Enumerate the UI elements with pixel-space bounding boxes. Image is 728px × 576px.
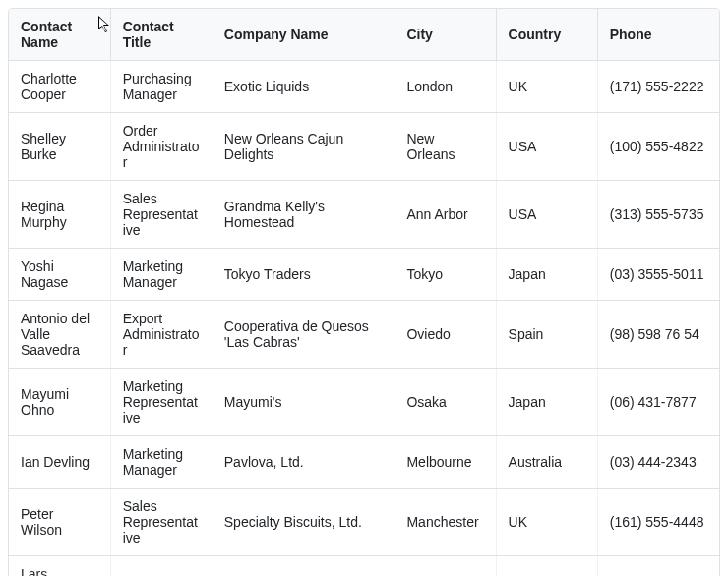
cell-title: Purchasing Manager [110, 61, 212, 113]
cell-company: New Orleans Cajun Delights [212, 113, 394, 181]
cell-city: Oviedo [394, 301, 496, 369]
cell-name: Yoshi Nagase [9, 249, 110, 301]
cell-company: Mayumi's [212, 369, 394, 436]
cell-phone: 031-987 65 43 [597, 556, 719, 577]
cell-name: Antonio del Valle Saavedra [9, 301, 110, 369]
table-row[interactable]: Lars PetersonSales AgentPB Knäckebröd AB… [9, 556, 719, 577]
cell-title: Export Administrator [110, 301, 212, 369]
cell-phone: (03) 3555-5011 [597, 249, 719, 301]
cell-city: Manchester [394, 489, 496, 556]
cell-company: Pavlova, Ltd. [212, 436, 394, 489]
cell-country: Japan [496, 249, 597, 301]
cell-company: Tokyo Traders [212, 249, 394, 301]
cell-name: Mayumi Ohno [9, 369, 110, 436]
header-phone[interactable]: Phone [597, 9, 719, 61]
cell-city: Ann Arbor [394, 181, 496, 249]
cell-phone: (06) 431-7877 [597, 369, 719, 436]
cell-country: UK [496, 489, 597, 556]
cell-title: Marketing Manager [110, 249, 212, 301]
header-contact-title[interactable]: Contact Title [110, 9, 212, 61]
cell-city: Göteborg [394, 556, 496, 577]
table-row[interactable]: Yoshi NagaseMarketing ManagerTokyo Trade… [9, 249, 719, 301]
cell-country: Sweden [496, 556, 597, 577]
table-row[interactable]: Antonio del Valle SaavedraExport Adminis… [9, 301, 719, 369]
cell-city: Melbourne [394, 436, 496, 489]
cell-name: Peter Wilson [9, 489, 110, 556]
cell-phone: (171) 555-2222 [597, 61, 719, 113]
cell-name: Shelley Burke [9, 113, 110, 181]
cell-phone: (161) 555-4448 [597, 489, 719, 556]
cell-name: Ian Devling [9, 436, 110, 489]
cell-country: UK [496, 61, 597, 113]
table-row[interactable]: Regina MurphySales RepresentativeGrandma… [9, 181, 719, 249]
cell-country: USA [496, 113, 597, 181]
grid-body: Charlotte CooperPurchasing ManagerExotic… [9, 61, 719, 577]
header-row: Contact Name Contact Title Company Name … [9, 9, 719, 61]
table-row[interactable]: Charlotte CooperPurchasing ManagerExotic… [9, 61, 719, 113]
header-company-name[interactable]: Company Name [212, 9, 394, 61]
cell-phone: (03) 444-2343 [597, 436, 719, 489]
cell-country: Australia [496, 436, 597, 489]
cell-city: Osaka [394, 369, 496, 436]
table-row[interactable]: Ian DevlingMarketing ManagerPavlova, Ltd… [9, 436, 719, 489]
table-row[interactable]: Peter WilsonSales RepresentativeSpecialt… [9, 489, 719, 556]
header-country[interactable]: Country [496, 9, 597, 61]
cell-country: USA [496, 181, 597, 249]
cell-title: Sales Agent [110, 556, 212, 577]
grid-table: Contact Name Contact Title Company Name … [9, 9, 719, 576]
cell-company: PB Knäckebröd AB [212, 556, 394, 577]
data-grid: Contact Name Contact Title Company Name … [8, 8, 720, 576]
cell-name: Lars Peterson [9, 556, 110, 577]
cell-name: Charlotte Cooper [9, 61, 110, 113]
header-contact-name[interactable]: Contact Name [9, 9, 110, 61]
cell-title: Marketing Representative [110, 369, 212, 436]
cell-title: Marketing Manager [110, 436, 212, 489]
cell-company: Cooperativa de Quesos 'Las Cabras' [212, 301, 394, 369]
cell-country: Japan [496, 369, 597, 436]
cell-country: Spain [496, 301, 597, 369]
cell-company: Grandma Kelly's Homestead [212, 181, 394, 249]
cell-company: Specialty Biscuits, Ltd. [212, 489, 394, 556]
cell-phone: (100) 555-4822 [597, 113, 719, 181]
cell-title: Sales Representative [110, 181, 212, 249]
table-row[interactable]: Mayumi OhnoMarketing RepresentativeMayum… [9, 369, 719, 436]
table-row[interactable]: Shelley BurkeOrder AdministratorNew Orle… [9, 113, 719, 181]
cell-city: London [394, 61, 496, 113]
header-city[interactable]: City [394, 9, 496, 61]
cell-phone: (313) 555-5735 [597, 181, 719, 249]
cell-city: Tokyo [394, 249, 496, 301]
cell-company: Exotic Liquids [212, 61, 394, 113]
cell-phone: (98) 598 76 54 [597, 301, 719, 369]
cell-city: New Orleans [394, 113, 496, 181]
cell-name: Regina Murphy [9, 181, 110, 249]
cell-title: Order Administrator [110, 113, 212, 181]
cell-title: Sales Representative [110, 489, 212, 556]
